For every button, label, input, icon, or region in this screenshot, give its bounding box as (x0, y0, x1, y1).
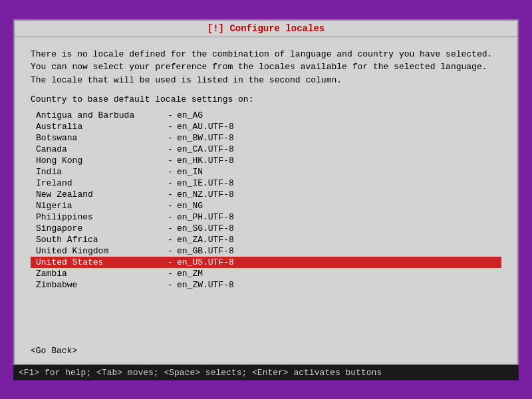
locale-name: South Africa (31, 235, 164, 245)
description-text: There is no locale defined for the combi… (31, 48, 501, 87)
desc-line1: There is no locale defined for the combi… (31, 48, 501, 61)
locale-code: en_IN (177, 167, 257, 177)
locale-item[interactable]: Botswana-en_BW.UTF-8 (31, 132, 501, 144)
locale-dash: - (164, 246, 177, 256)
locale-name: New Zealand (31, 190, 164, 200)
title-text: [!] Configure locales (207, 23, 325, 34)
locale-item[interactable]: Nigeria-en_NG (31, 200, 501, 211)
go-back-button[interactable]: <Go Back> (31, 340, 501, 358)
locale-code: en_NG (177, 201, 257, 211)
locale-item[interactable]: Canada-en_CA.UTF-8 (31, 144, 501, 155)
locale-name: Singapore (31, 223, 164, 233)
locale-name: United States (31, 257, 164, 267)
locale-name: Australia (31, 122, 164, 132)
locale-code: en_ZA.UTF-8 (177, 235, 257, 245)
locale-code: en_AG (177, 110, 257, 120)
locale-name: Ireland (31, 178, 164, 188)
locale-code: en_ZM (177, 269, 257, 279)
status-bar: <F1> for help; <Tab> moves; <Space> sele… (13, 365, 519, 380)
locale-item[interactable]: Singapore-en_SG.UTF-8 (31, 223, 501, 234)
locale-dash: - (164, 257, 177, 267)
locale-name: Antigua and Barbuda (31, 110, 164, 120)
locale-item[interactable]: Ireland-en_IE.UTF-8 (31, 178, 501, 189)
locale-code: en_PH.UTF-8 (177, 212, 257, 222)
locale-code: en_SG.UTF-8 (177, 223, 257, 233)
locale-item[interactable]: Australia-en_AU.UTF-8 (31, 121, 501, 132)
locale-item[interactable]: United Kingdom-en_GB.UTF-8 (31, 245, 501, 257)
locale-dash: - (164, 235, 177, 245)
configure-locales-window: [!] Configure locales There is no locale… (13, 19, 519, 365)
locale-name: Canada (31, 144, 164, 154)
locale-list[interactable]: Antigua and Barbuda-en_AGAustralia-en_AU… (31, 110, 501, 340)
locale-dash: - (164, 156, 177, 166)
locale-code: en_NZ.UTF-8 (177, 190, 257, 200)
locale-item[interactable]: New Zealand-en_NZ.UTF-8 (31, 189, 501, 200)
status-text: <F1> for help; <Tab> moves; <Space> sele… (19, 368, 382, 378)
locale-dash: - (164, 167, 177, 177)
locale-item[interactable]: South Africa-en_ZA.UTF-8 (31, 234, 501, 245)
locale-item[interactable]: India-en_IN (31, 166, 501, 178)
locale-item[interactable]: United States-en_US.UTF-8 (31, 257, 501, 268)
locale-name: Philippines (31, 212, 164, 222)
desc-line2: You can now select your preference from … (31, 61, 501, 74)
locale-name: Hong Kong (31, 156, 164, 166)
locale-name: Botswana (31, 133, 164, 143)
locale-code: en_IE.UTF-8 (177, 178, 257, 188)
locale-dash: - (164, 110, 177, 120)
locale-dash: - (164, 280, 177, 290)
locale-code: en_ZW.UTF-8 (177, 280, 257, 290)
desc-line3: The locale that will be used is listed i… (31, 74, 501, 87)
locale-code: en_CA.UTF-8 (177, 144, 257, 154)
locale-dash: - (164, 133, 177, 143)
content-area: There is no locale defined for the combi… (15, 37, 517, 364)
locale-item[interactable]: Philippines-en_PH.UTF-8 (31, 211, 501, 223)
locale-item[interactable]: Zambia-en_ZM (31, 268, 501, 279)
locale-name: Zimbabwe (31, 280, 164, 290)
locale-code: en_US.UTF-8 (177, 257, 257, 267)
locale-dash: - (164, 269, 177, 279)
locale-dash: - (164, 201, 177, 211)
locale-dash: - (164, 223, 177, 233)
locale-name: United Kingdom (31, 246, 164, 256)
locale-dash: - (164, 144, 177, 154)
locale-item[interactable]: Zimbabwe-en_ZW.UTF-8 (31, 279, 501, 291)
locale-code: en_BW.UTF-8 (177, 133, 257, 143)
locale-dash: - (164, 190, 177, 200)
locale-dash: - (164, 212, 177, 222)
locale-name: Nigeria (31, 201, 164, 211)
locale-item[interactable]: Antigua and Barbuda-en_AG (31, 110, 501, 121)
locale-name: Zambia (31, 269, 164, 279)
locale-dash: - (164, 122, 177, 132)
locale-code: en_GB.UTF-8 (177, 246, 257, 256)
title-bar: [!] Configure locales (15, 21, 517, 37)
locale-dash: - (164, 178, 177, 188)
locale-code: en_HK.UTF-8 (177, 156, 257, 166)
list-label: Country to base default locale settings … (31, 94, 501, 104)
locale-code: en_AU.UTF-8 (177, 122, 257, 132)
locale-item[interactable]: Hong Kong-en_HK.UTF-8 (31, 155, 501, 166)
locale-name: India (31, 167, 164, 177)
